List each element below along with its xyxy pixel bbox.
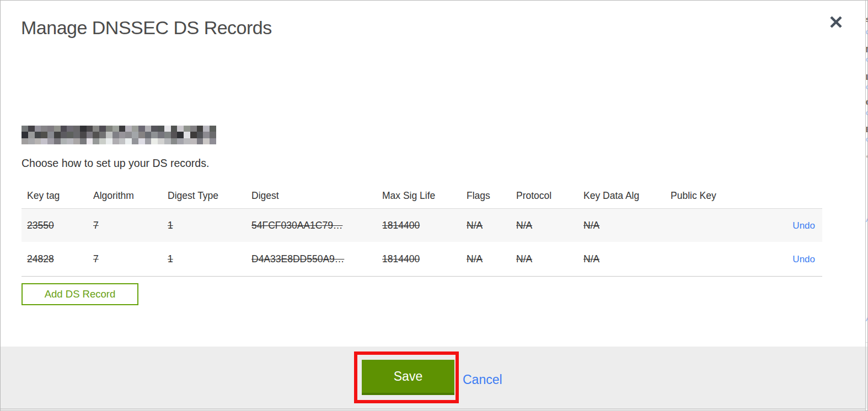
cell-protocol: N/A [516, 220, 583, 231]
background-text-fragment: C [866, 98, 868, 107]
background-page-edge: sdNoLoCoEo●AA [866, 1, 868, 411]
background-text-fragment: d [866, 28, 868, 36]
cell-key-data-alg: N/A [583, 220, 671, 231]
background-text-fragment: s [866, 15, 868, 24]
cell-key-tag: 24828 [27, 253, 93, 265]
cell-actions: Undo [786, 253, 822, 265]
save-button[interactable]: Save [362, 360, 454, 395]
cell-key-tag: 23550 [27, 220, 93, 231]
click-highlight-annotation: Save [354, 351, 459, 403]
column-header-algorithm: Algorithm [93, 190, 168, 202]
background-text-fragment: A [866, 315, 868, 323]
cell-digest: D4A33E8DD550A9… [251, 253, 382, 265]
cell-digest: 54FCF030AA1C79… [251, 220, 382, 231]
setup-instruction-text: Choose how to set up your DS records. [22, 157, 209, 170]
add-ds-record-button[interactable]: Add DS Record [22, 283, 138, 305]
background-text-fragment: o [866, 55, 868, 63]
cancel-link[interactable]: Cancel [463, 372, 502, 387]
background-divider [866, 342, 868, 343]
column-header-flags: Flags [467, 190, 516, 202]
cell-protocol: N/A [516, 253, 583, 265]
cell-key-data-alg: N/A [583, 253, 671, 265]
cell-digest-type: 1 [168, 253, 251, 265]
undo-link[interactable]: Undo [792, 220, 815, 231]
cell-algorithm: 7 [93, 220, 168, 231]
cell-max-sig-life: 1814400 [382, 253, 467, 265]
background-footer-edge [866, 347, 868, 409]
background-text-fragment: E [866, 125, 868, 134]
table-row: 23550 7 1 54FCF030AA1C79… 1814400 N/A N/… [22, 209, 822, 242]
ds-records-table: Key tag Algorithm Digest Type Digest Max… [22, 183, 822, 277]
cell-digest-type: 1 [168, 220, 251, 231]
column-header-max-sig-life: Max Sig Life [382, 190, 467, 202]
undo-link[interactable]: Undo [792, 254, 815, 264]
column-header-digest: Digest [251, 190, 382, 202]
column-header-key-data-alg: Key Data Alg [583, 190, 671, 202]
column-header-digest-type: Digest Type [168, 190, 251, 202]
background-text-fragment: o [866, 135, 868, 143]
modal-footer: Save Cancel [1, 347, 865, 409]
table-row: 24828 7 1 D4A33E8DD550A9… 1814400 N/A N/… [22, 242, 822, 277]
background-text-fragment: N [866, 45, 868, 54]
cell-actions: Undo [786, 220, 822, 231]
cell-flags: N/A [467, 253, 516, 265]
column-header-protocol: Protocol [516, 190, 583, 202]
background-text-fragment: L [866, 73, 868, 82]
background-text-fragment: o [866, 109, 868, 117]
close-button[interactable] [825, 12, 847, 34]
column-header-key-tag: Key tag [27, 190, 93, 202]
background-text-fragment: A [866, 215, 868, 224]
cell-max-sig-life: 1814400 [382, 220, 467, 231]
cell-flags: N/A [467, 220, 516, 231]
modal-title: Manage DNSSEC DS Records [21, 17, 272, 39]
screenshot-root: Manage DNSSEC DS Records Choose how to s… [0, 0, 868, 411]
column-header-public-key: Public Key [671, 190, 786, 202]
background-text-fragment: ● [866, 153, 868, 159]
redacted-domain-name [22, 126, 216, 144]
dnssec-modal: Manage DNSSEC DS Records Choose how to s… [1, 1, 866, 411]
background-text-fragment: o [866, 83, 868, 91]
table-header-row: Key tag Algorithm Digest Type Digest Max… [22, 183, 822, 209]
cell-algorithm: 7 [93, 253, 168, 265]
close-icon [829, 23, 843, 31]
